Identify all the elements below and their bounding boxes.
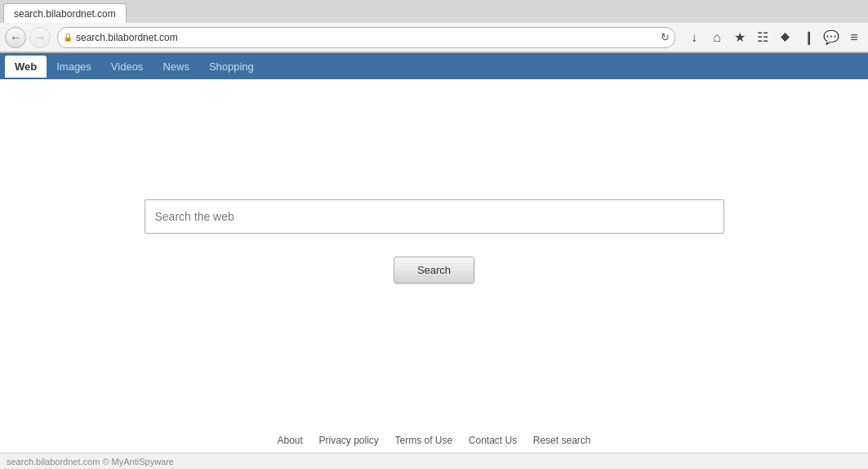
pocket-button[interactable]: ⯁ [777, 29, 795, 47]
home-button[interactable]: ⌂ [708, 29, 726, 47]
search-box-wrapper [145, 199, 724, 234]
tab-images[interactable]: Images [47, 56, 101, 78]
status-bar: search.bilabordnet.com © MyAntiSpyware [0, 453, 868, 469]
tab-shopping[interactable]: Shopping [199, 56, 264, 78]
search-button[interactable]: Search [394, 257, 474, 284]
reload-button[interactable]: ↻ [661, 31, 670, 43]
menu-button[interactable]: ≡ [845, 29, 863, 47]
forward-icon: → [34, 31, 46, 44]
tab-news[interactable]: News [153, 56, 199, 78]
status-text: search.bilabordnet.com © MyAntiSpyware [7, 457, 174, 467]
search-input[interactable] [145, 199, 724, 234]
bookmarks-panel-button[interactable]: ☷ [754, 29, 772, 47]
footer-reset-link[interactable]: Reset search [533, 435, 591, 446]
footer: About Privacy policy Terms of Use Contac… [0, 434, 868, 446]
footer-about-link[interactable]: About [278, 435, 303, 446]
tab-videos[interactable]: Videos [101, 56, 154, 78]
browser-tab[interactable]: search.bilabordnet.com [3, 3, 127, 23]
bookmarks-star-button[interactable]: ★ [731, 29, 749, 47]
back-button[interactable]: ← [5, 27, 26, 48]
back-icon: ← [10, 31, 21, 44]
tab-label: search.bilabordnet.com [14, 8, 116, 20]
reader-button[interactable]: ❙ [799, 29, 817, 47]
footer-privacy-link[interactable]: Privacy policy [319, 435, 379, 446]
address-bar[interactable]: 🔒 search.bilabordnet.com ↻ [57, 27, 675, 48]
footer-terms-link[interactable]: Terms of Use [394, 435, 452, 446]
address-lock-icon: 🔒 [63, 33, 73, 42]
address-text: search.bilabordnet.com [76, 32, 661, 43]
footer-contact-link[interactable]: Contact Us [469, 435, 517, 446]
tab-web[interactable]: Web [5, 56, 47, 78]
forward-button[interactable]: → [29, 27, 51, 48]
search-tabs-bar: Web Images Videos News Shopping [0, 53, 868, 79]
download-button[interactable]: ↓ [685, 29, 703, 47]
main-content: Search [0, 79, 868, 452]
chat-button[interactable]: 💬 [822, 29, 840, 47]
